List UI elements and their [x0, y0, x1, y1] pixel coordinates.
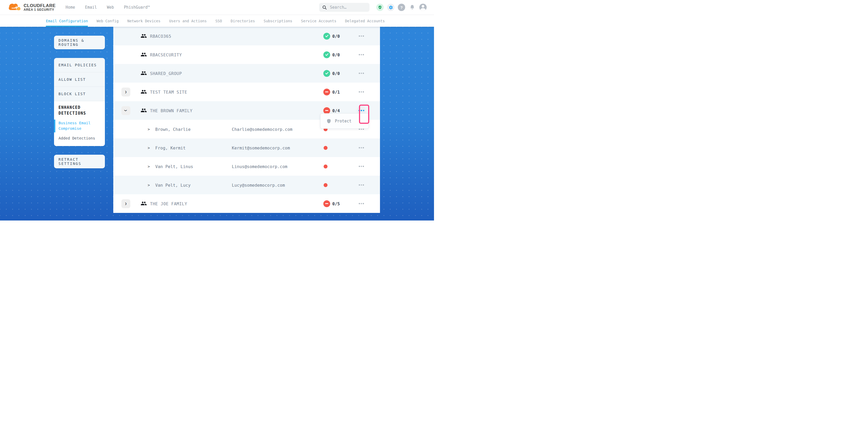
member-chevron-icon[interactable]: >	[148, 146, 150, 150]
row-menu-button[interactable]	[356, 143, 366, 153]
tab-directories[interactable]: Directories	[230, 15, 255, 27]
member-chevron-icon[interactable]: >	[148, 164, 150, 168]
dropdown-item-protect[interactable]: Protect	[335, 119, 351, 124]
table-row: ❯ THE JOE FAMILY 0/5	[113, 194, 380, 213]
tab-sso[interactable]: SSO	[215, 15, 222, 27]
table-row-member: > Van Pelt, Lucy Lucy@somedemocorp.com	[113, 176, 380, 194]
sidebar-section-enhanced-detections: ENHANCED DETECTIONS Business Email Compr…	[54, 101, 105, 146]
sidebar-item-email-policies[interactable]: EMAIL POLICIES	[54, 58, 105, 72]
brand-subtitle: AREA 1 SECURITY	[24, 8, 56, 11]
expand-button[interactable]: ❯	[121, 199, 130, 208]
nav-web[interactable]: Web	[107, 5, 114, 10]
member-email: Lucy@somedemocorp.com	[232, 183, 285, 187]
nav-email[interactable]: Email	[85, 5, 97, 10]
shield-check-icon[interactable]	[376, 4, 384, 11]
table-row: ❯ TEST TEAM SITE 0/1	[113, 83, 380, 101]
member-name: Brown, Charlie	[155, 127, 191, 132]
status-ok-badge	[323, 52, 330, 58]
tab-delegated-accounts[interactable]: Delegated Accounts	[345, 15, 385, 27]
notifications-bell-icon[interactable]	[409, 4, 416, 11]
search-box[interactable]	[319, 3, 370, 12]
group-name: SHARED_GROUP	[150, 71, 182, 76]
member-name: Van Pelt, Lucy	[155, 183, 191, 187]
group-name: RBACSECURITY	[150, 52, 182, 57]
group-icon	[141, 70, 147, 77]
row-menu-button[interactable]	[356, 180, 366, 190]
member-email: Charlie@somedemocorp.com	[232, 127, 292, 132]
status-alert-dot	[323, 164, 328, 168]
group-icon	[141, 89, 147, 96]
sidebar-item-added-detections[interactable]: Added Detections	[59, 135, 100, 141]
member-chevron-icon[interactable]: >	[148, 183, 150, 187]
row-menu-button[interactable]	[356, 87, 366, 97]
group-icon	[141, 200, 147, 208]
row-menu-button[interactable]	[356, 50, 366, 60]
account-icon[interactable]	[419, 4, 427, 11]
nav-home[interactable]: Home	[66, 5, 75, 10]
row-menu-button[interactable]	[356, 199, 366, 209]
tab-users-and-actions[interactable]: Users and Actions	[169, 15, 207, 27]
status-ok-badge	[323, 33, 330, 40]
tab-subscriptions[interactable]: Subscriptions	[264, 15, 292, 27]
settings-gear-icon[interactable]	[387, 4, 394, 11]
sidebar-item-domains-routing[interactable]: DOMAINS & ROUTING	[54, 36, 105, 49]
sidebar-item-allow-list[interactable]: ALLOW LIST	[54, 72, 105, 87]
member-name: Van Pelt, Linus	[155, 164, 193, 169]
protection-count: 0/0	[332, 52, 340, 57]
group-icon	[141, 33, 147, 40]
tab-web-config[interactable]: Web Config	[96, 15, 119, 27]
table-row: SHARED_GROUP 0/0	[113, 64, 380, 83]
row-menu-button[interactable]	[356, 162, 366, 171]
status-ok-badge	[323, 70, 330, 77]
sidebar-item-block-list[interactable]: BLOCK LIST	[54, 87, 105, 101]
table-row: RBACSECURITY 0/0	[113, 45, 380, 64]
cloudflare-cloud-icon	[7, 2, 22, 12]
header-nav: Home Email Web PhishGuard™	[66, 5, 150, 10]
status-blocked-badge	[323, 200, 330, 207]
protection-count: 0/4	[332, 108, 340, 113]
expand-button[interactable]: ❯	[121, 88, 130, 96]
sidebar-item-retract-settings[interactable]: RETRACT SETTINGS	[54, 155, 105, 168]
member-email: Linus@somedemocorp.com	[232, 164, 287, 169]
table-row-member: > Frog, Kermit Kermit@somedemocorp.com	[113, 138, 380, 157]
cloudflare-logo[interactable]: CLOUDFLARE AREA 1 SECURITY	[7, 2, 56, 12]
search-input[interactable]	[329, 5, 359, 10]
table-row-member: > Van Pelt, Linus Linus@somedemocorp.com	[113, 157, 380, 176]
group-icon	[141, 107, 147, 115]
status-blocked-badge	[323, 107, 330, 114]
tab-network-devices[interactable]: Network Devices	[127, 15, 160, 27]
tab-email-configuration[interactable]: Email Configuration	[46, 15, 88, 27]
sidebar: DOMAINS & ROUTING EMAIL POLICIES ALLOW L…	[54, 36, 105, 168]
member-chevron-icon[interactable]: >	[148, 127, 150, 131]
status-blocked-badge	[323, 89, 330, 95]
search-icon	[322, 5, 327, 10]
table-row: RBACO365 0/0	[113, 27, 380, 45]
group-name: TEST TEAM SITE	[150, 89, 187, 94]
group-icon	[141, 52, 147, 59]
sidebar-item-business-email-compromise[interactable]: Business Email Compromise	[59, 120, 100, 132]
collapse-button[interactable]: ❯	[121, 106, 130, 115]
protection-count: 0/1	[332, 89, 340, 94]
shield-icon	[326, 118, 332, 124]
tab-service-accounts[interactable]: Service Accounts	[301, 15, 336, 27]
app-header: CLOUDFLARE AREA 1 SECURITY Home Email We…	[0, 0, 434, 15]
protection-count: 0/0	[332, 71, 340, 76]
member-name: Frog, Kermit	[155, 145, 186, 150]
page: CLOUDFLARE AREA 1 SECURITY Home Email We…	[0, 0, 434, 220]
row-menu-button[interactable]	[356, 31, 366, 41]
group-name: RBACO365	[150, 34, 171, 38]
nav-phishguard[interactable]: PhishGuard™	[124, 5, 150, 10]
config-tabs: Email Configuration Web Config Network D…	[0, 15, 434, 27]
member-email: Kermit@somedemocorp.com	[232, 145, 290, 150]
protection-count: 0/0	[332, 34, 340, 38]
status-alert-dot	[323, 183, 328, 187]
status-alert-dot	[323, 146, 328, 150]
row-actions-dropdown[interactable]: Protect	[320, 113, 369, 129]
help-icon[interactable]: ?	[398, 4, 405, 11]
brand-name: CLOUDFLARE	[24, 3, 56, 8]
row-menu-button[interactable]	[356, 69, 366, 78]
sidebar-item-enhanced-detections[interactable]: ENHANCED DETECTIONS	[59, 105, 100, 117]
group-name: THE BROWN FAMILY	[150, 108, 192, 113]
protection-count: 0/5	[332, 201, 340, 206]
group-name: THE JOE FAMILY	[150, 201, 187, 206]
